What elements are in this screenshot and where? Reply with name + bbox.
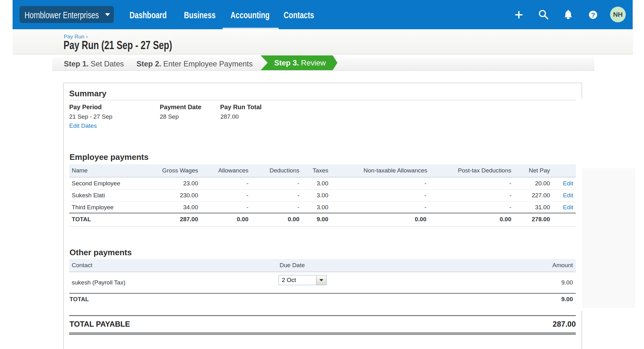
- svg-text:?: ?: [591, 11, 595, 19]
